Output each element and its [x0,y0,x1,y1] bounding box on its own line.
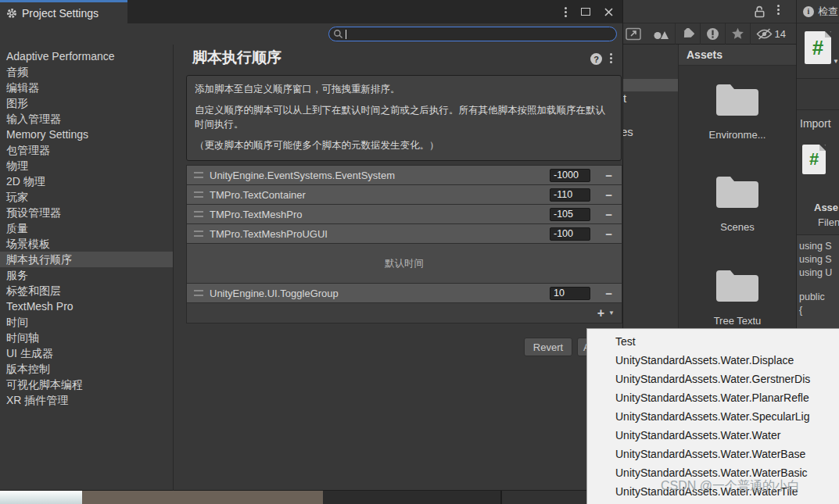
script-name: TMPro.TextMeshProUGUI [210,228,328,240]
code-line: { [799,304,839,317]
sidebar-item-physics[interactable]: 物理 [0,158,173,173]
drag-handle-icon[interactable] [194,172,203,178]
sidebar-item-preset-manager[interactable]: 预设管理器 [0,205,173,220]
open-new-window-icon[interactable] [620,23,647,45]
unity-editor-screen: 14 t es Assets Environme... Scenes Tree … [0,0,839,504]
revert-button[interactable]: Revert [524,338,572,356]
sidebar-item-adaptive-performance[interactable]: Adaptive Performance [0,48,173,64]
menu-item-water-watertile[interactable]: UnityStandardAssets.Water.WaterTile [587,482,839,501]
order-value-input[interactable] [550,188,590,202]
help-text: （更改脚本的顺序可能使多个脚本的元数据发生变化。） [195,138,613,152]
script-row[interactable]: UnityEngine.UI.ToggleGroup − [187,284,622,303]
search-row [0,23,622,45]
search-box[interactable] [328,27,617,41]
remove-script-button[interactable]: − [605,166,612,185]
folder-scenes[interactable]: Scenes [679,171,796,233]
drag-handle-icon[interactable] [194,231,203,237]
folder-tree-textures[interactable]: Tree Textu [679,265,796,327]
help-text: 自定义顺序的脚本可以从上到下在默认时间之前或之后执行。所有其他脚本按照加载顺序在… [195,103,613,131]
sidebar-item-quality[interactable]: 质量 [0,220,173,236]
sidebar-item-scene-template[interactable]: 场景模板 [0,236,173,252]
execution-order-list: UnityEngine.EventSystems.EventSystem − T… [186,165,622,323]
menu-item-water-waterbasic[interactable]: UnityStandardAssets.Water.WaterBasic [587,463,839,482]
help-icon[interactable]: ? [590,53,602,65]
order-value-input[interactable] [550,208,590,221]
script-row[interactable]: UnityEngine.EventSystems.EventSystem − [187,166,622,185]
folder-label: Environme... [679,129,796,141]
script-row[interactable]: TMPro.TextMeshPro − [187,205,622,224]
csharp-script-icon: # [802,145,826,174]
sidebar-item-script-execution-order[interactable]: 脚本执行顺序 [0,252,173,267]
filename-label: Filen [818,216,839,228]
add-script-button[interactable]: + ▼ [594,303,618,323]
remove-script-button[interactable]: − [605,185,612,205]
sidebar-item-audio[interactable]: 音频 [0,64,173,80]
remove-script-button[interactable]: − [605,284,612,303]
settings-kebab-icon[interactable] [610,53,612,63]
script-dropdown-caret-icon[interactable]: ▼ [833,58,839,65]
sidebar-item-input-manager[interactable]: 输入管理器 [0,111,173,127]
folder-environment[interactable]: Environme... [679,79,796,141]
menu-item-water-planarreflection[interactable]: UnityStandardAssets.Water.PlanarRefle [587,388,839,407]
code-line: using S [799,253,839,266]
console-alert-icon[interactable] [701,23,725,45]
sidebar-item-player[interactable]: 玩家 [0,189,173,205]
drag-handle-icon[interactable] [194,211,203,217]
search-input[interactable] [346,29,616,40]
menu-item-water-specularlighting[interactable]: UnityStandardAssets.Water.SpecularLig [587,407,839,426]
sidebar-item-version-control[interactable]: 版本控制 [0,361,173,377]
help-text: 添加脚本至自定义顺序窗口，可拖拽重新排序。 [195,82,613,96]
sidebar-item-xr-plugin-management[interactable]: XR 插件管理 [0,392,173,408]
tab-project-settings[interactable]: Project Settings [0,0,127,23]
window-menu-kebab-icon[interactable] [565,7,567,17]
csharp-script-icon[interactable]: # [805,31,831,64]
sidebar-item-visual-scripting[interactable]: 可视化脚本编程 [0,377,173,392]
script-preview: using S using S using U public { [797,234,839,338]
unlock-icon[interactable] [755,5,765,18]
sidebar-item-graphics[interactable]: 图形 [0,95,173,111]
project-toolbar: 14 [610,23,796,45]
script-name: UnityEngine.UI.ToggleGroup [210,288,339,299]
editor-menu-kebab-icon[interactable] [777,5,780,15]
order-value-input[interactable] [550,227,590,241]
drag-handle-icon[interactable] [194,290,203,296]
code-line: public [799,291,839,304]
editor-titlebar [610,0,796,23]
sidebar-item-ui-builder[interactable]: UI 生成器 [0,345,173,361]
remove-script-button[interactable]: − [605,224,612,244]
sidebar-item-tags-and-layers[interactable]: 标签和图层 [0,283,173,298]
sidebar-item-memory-settings[interactable]: Memory Settings [0,127,173,142]
sidebar-item-physics-2d[interactable]: 2D 物理 [0,173,173,189]
project-settings-window: Project Settings Adaptive Performance 音频… [0,0,623,491]
sidebar-item-package-manager[interactable]: 包管理器 [0,142,173,158]
gear-icon [6,8,17,19]
close-icon[interactable] [604,8,613,16]
settings-sidebar: Adaptive Performance 音频 编辑器 图形 输入管理器 Mem… [0,45,174,491]
script-name: UnityEngine.EventSystems.EventSystem [210,170,395,181]
tab-title: Project Settings [22,7,99,20]
favorites-star-icon[interactable] [726,23,750,45]
sidebar-item-editor[interactable]: 编辑器 [0,80,173,95]
menu-item-water-gerstnerdisplace[interactable]: UnityStandardAssets.Water.GerstnerDis [587,370,839,388]
filter-by-type-icon[interactable] [647,23,675,45]
order-value-input[interactable] [550,287,590,300]
sidebar-item-time[interactable]: 时间 [0,314,173,330]
hidden-count-label: 14 [775,28,786,40]
sidebar-item-textmesh-pro[interactable]: TextMesh Pro [0,298,173,314]
remove-script-button[interactable]: − [605,205,612,224]
maximize-icon[interactable] [581,8,590,16]
script-row[interactable]: TMPro.TextMeshProUGUI − [187,224,622,244]
drag-handle-icon[interactable] [194,191,203,198]
filter-by-label-icon[interactable] [676,23,700,45]
menu-item-test[interactable]: Test [587,332,839,351]
menu-item-water-water[interactable]: UnityStandardAssets.Water.Water [587,426,839,445]
menu-item-water-displace[interactable]: UnityStandardAssets.Water.Displace [587,351,839,370]
order-value-input[interactable] [550,169,590,182]
hidden-count-toggle[interactable]: 14 [751,23,791,45]
background-light-panel [0,491,82,504]
sidebar-item-services[interactable]: 服务 [0,267,173,283]
sidebar-item-timeline[interactable]: 时间轴 [0,330,173,345]
script-row[interactable]: TMPro.TextContainer − [187,185,622,205]
menu-item-water-waterbase[interactable]: UnityStandardAssets.Water.WaterBase [587,445,839,463]
tree-item-fragment[interactable]: t [623,91,626,105]
